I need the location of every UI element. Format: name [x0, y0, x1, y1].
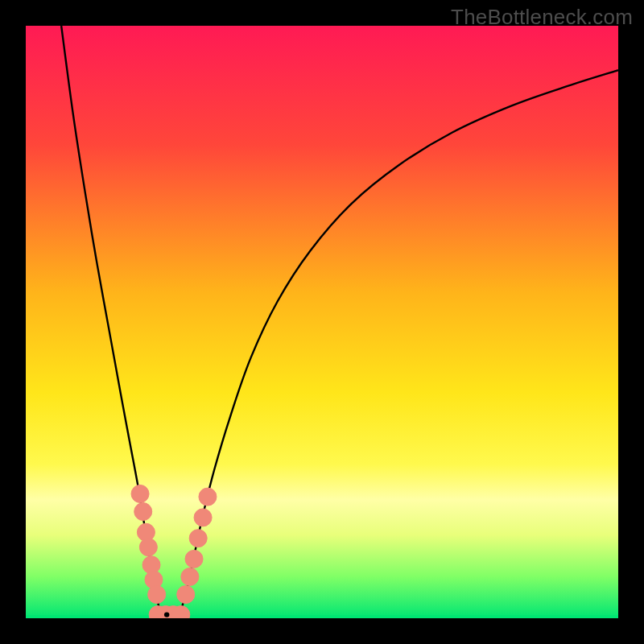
- outer-frame: TheBottleneck.com: [0, 0, 644, 644]
- marker-dot: [177, 586, 195, 604]
- marker-dot: [148, 586, 166, 604]
- marker-dot: [139, 539, 157, 556]
- marker-dot: [185, 550, 203, 568]
- marker-dot: [131, 485, 149, 502]
- plot-area: [26, 26, 618, 618]
- chart-svg: [26, 26, 618, 618]
- marker-dot: [194, 509, 212, 526]
- marker-dot: [134, 503, 152, 521]
- axis-nub-dot: [164, 612, 169, 617]
- marker-dot: [199, 488, 217, 506]
- gradient-background: [26, 26, 618, 618]
- green-band: [26, 615, 618, 618]
- marker-dot: [189, 530, 207, 547]
- marker-dot: [181, 568, 199, 585]
